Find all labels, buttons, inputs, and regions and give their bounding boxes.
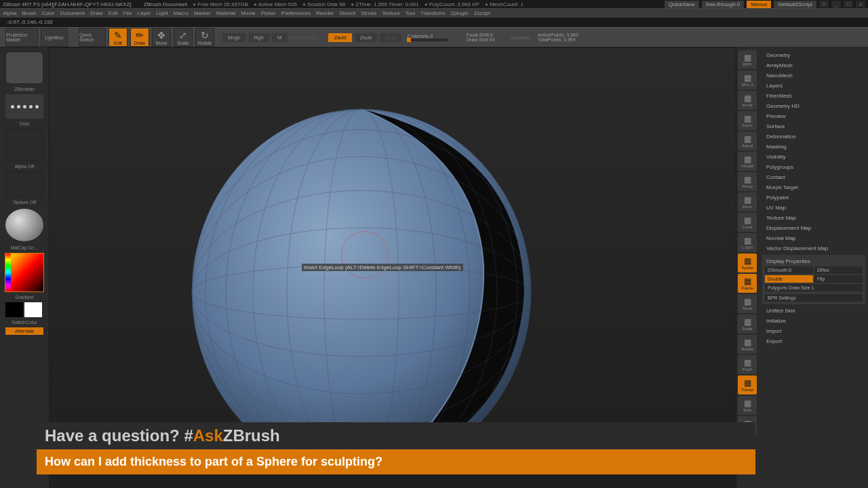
panel-unified-skin[interactable]: Unified Skin: [762, 306, 865, 316]
zadd-button[interactable]: Zadd: [328, 33, 351, 42]
menu-preferences[interactable]: Preferences: [281, 10, 311, 16]
panel-vector-displacement-map[interactable]: Vector Displacement Map: [762, 243, 865, 253]
right-tool-floor[interactable]: ▦Floor: [738, 192, 757, 211]
right-tool-local[interactable]: ▦Local: [738, 213, 757, 232]
right-tool-solo[interactable]: ▦Solo: [738, 396, 757, 415]
right-tool-rotate[interactable]: ▦Rotate: [738, 335, 757, 354]
menu-movie[interactable]: Movie: [241, 10, 255, 16]
menu-material[interactable]: Material: [216, 10, 235, 16]
close-icon[interactable]: ×: [856, 1, 865, 7]
panel-visibility[interactable]: Visibility: [762, 152, 865, 162]
polygons-drawsize[interactable]: Polygons Draw Size 1: [765, 284, 863, 291]
right-tool-scale[interactable]: ▦Scale: [738, 314, 757, 333]
menu-zscript[interactable]: Zscript: [474, 10, 490, 16]
drawsize-slider[interactable]: Draw Size 64: [467, 37, 495, 42]
right-tool-l.sym[interactable]: ▦L.Sym: [738, 233, 757, 252]
texture-thumbnail[interactable]: [5, 171, 43, 197]
panel-uv-map[interactable]: UV Map: [762, 203, 865, 213]
panel-preview[interactable]: Preview: [762, 111, 865, 121]
right-tool-move[interactable]: ▦Move: [738, 294, 757, 313]
stroke-thumbnail[interactable]: [5, 94, 43, 119]
panel-texture-map[interactable]: Texture Map: [762, 213, 865, 223]
menu-transform[interactable]: Transform: [420, 10, 445, 16]
zcut-button[interactable]: Zcut: [380, 33, 401, 42]
lightbox-button[interactable]: LightBox: [41, 28, 68, 47]
menu-file[interactable]: File: [123, 10, 132, 16]
right-tool-xpose[interactable]: ▦Xpose: [738, 253, 757, 272]
focalshift-slider[interactable]: Focal Shift 0: [467, 33, 495, 37]
quicksave-button[interactable]: QuickSave: [665, 1, 699, 8]
alternate-button[interactable]: Alternate: [5, 327, 43, 335]
right-tool-frame[interactable]: ▦Frame: [738, 274, 757, 293]
right-tool-aahalf[interactable]: ▦AAHalf: [738, 152, 757, 171]
menu-document[interactable]: Document: [60, 10, 85, 16]
panel-initialize[interactable]: Initialize: [762, 316, 865, 326]
panel-nanomesh[interactable]: NanoMesh: [762, 70, 865, 81]
seethrough-slider[interactable]: See-through 0: [702, 1, 745, 8]
panel-layers[interactable]: Layers: [762, 81, 865, 91]
right-tool-polyf[interactable]: ▦PolyF: [738, 355, 757, 374]
minimize-icon[interactable]: _: [831, 1, 841, 7]
menu-tool[interactable]: Tool: [406, 10, 416, 16]
menu-marker[interactable]: Marker: [194, 10, 211, 16]
menu-texture[interactable]: Texture: [382, 10, 399, 16]
right-tool-persp[interactable]: ▦Persp: [738, 172, 757, 191]
gradient-label[interactable]: Gradient: [3, 295, 46, 300]
scale-button[interactable]: ⤢Scale: [174, 28, 193, 47]
rotate-button[interactable]: ↻Rotate: [195, 28, 214, 47]
double-button[interactable]: Double: [765, 275, 813, 283]
quicksketch-button[interactable]: Quick Sketch: [79, 28, 106, 47]
m-button[interactable]: M: [272, 33, 288, 42]
secondary-color[interactable]: [5, 302, 23, 317]
panel-masking[interactable]: Masking: [762, 142, 865, 152]
primary-color[interactable]: [24, 302, 42, 317]
panel-polypaint[interactable]: Polypaint: [762, 192, 865, 203]
brush-thumbnail[interactable]: [5, 52, 43, 84]
panel-contact[interactable]: Contact: [762, 172, 865, 182]
panel-polygroups[interactable]: Polygroups: [762, 162, 865, 172]
mrgb-button[interactable]: Mrgb: [222, 33, 245, 42]
menu-stencil[interactable]: Stencil: [339, 10, 355, 16]
menu-draw[interactable]: Draw: [90, 10, 103, 16]
panel-geometry-hd[interactable]: Geometry HD: [762, 101, 865, 111]
maximize-icon[interactable]: □: [844, 1, 853, 7]
panel-import[interactable]: Import: [762, 326, 865, 336]
rgb-button[interactable]: Rgb: [248, 33, 269, 42]
menu-alpha[interactable]: Alpha: [3, 10, 16, 16]
color-picker[interactable]: [5, 253, 44, 292]
menu-layer[interactable]: Layer: [137, 10, 151, 16]
right-tool-transp[interactable]: ▦Transp: [738, 375, 757, 394]
edit-button[interactable]: ✎Edit: [108, 28, 127, 47]
menu-edit[interactable]: Edit: [108, 10, 118, 16]
menu-light[interactable]: Light: [156, 10, 167, 16]
draw-button[interactable]: ✏Draw: [130, 28, 149, 47]
menu-render[interactable]: Render: [316, 10, 334, 16]
alpha-thumbnail[interactable]: [5, 129, 43, 161]
panel-fibermesh[interactable]: FiberMesh: [762, 91, 865, 101]
panel-displacement-map[interactable]: Displacement Map: [762, 223, 865, 233]
dsmooth-slider[interactable]: DSmooth 0: [765, 266, 813, 274]
right-tool-spix3[interactable]: ▦SPix 3: [738, 70, 757, 89]
switchcolor-button[interactable]: SwitchColor: [3, 320, 46, 325]
material-thumbnail[interactable]: [5, 209, 43, 241]
zsub-button[interactable]: Zsub: [355, 33, 378, 42]
panel-geometry[interactable]: Geometry: [762, 50, 865, 60]
help-icon[interactable]: ?: [819, 1, 829, 7]
menus-button[interactable]: Menus: [747, 1, 771, 8]
flip-button[interactable]: Flip: [814, 275, 863, 283]
menu-macro[interactable]: Macro: [174, 10, 189, 16]
right-tool-zoom[interactable]: ▦Zoom: [738, 111, 757, 130]
panel-normal-map[interactable]: Normal Map: [762, 233, 865, 243]
panel-export[interactable]: Export: [762, 336, 865, 346]
panel-arraymesh[interactable]: ArrayMesh: [762, 60, 865, 70]
defaultzscript-button[interactable]: DefaultZScript: [774, 1, 816, 8]
menu-color[interactable]: Color: [41, 10, 54, 16]
menu-picker[interactable]: Picker: [261, 10, 276, 16]
display-properties[interactable]: Display Properties: [765, 258, 863, 265]
dres-slider[interactable]: DRes: [814, 266, 863, 274]
menu-stroke[interactable]: Stroke: [361, 10, 376, 16]
bpr-settings[interactable]: BPR Settings: [765, 294, 863, 302]
right-tool-actual[interactable]: ▦Actual: [738, 131, 757, 150]
panel-deformation[interactable]: Deformation: [762, 131, 865, 142]
panel-morph-target[interactable]: Morph Target: [762, 182, 865, 192]
